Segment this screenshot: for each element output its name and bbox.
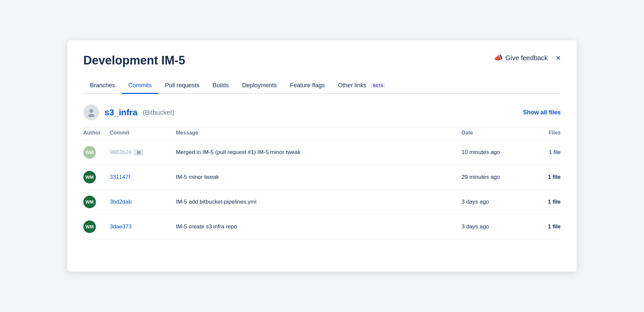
col-header-date: Date [462, 127, 528, 140]
give-feedback-button[interactable]: 📣 Give feedback [494, 54, 548, 62]
table-row: WM3dae373IM-5 create s3 infra repo3 days… [83, 214, 561, 239]
col-header-author: Author [83, 127, 110, 140]
commit-cell: 331147f [110, 165, 176, 190]
col-header-commit: Commit [110, 127, 176, 140]
col-header-files: Files [528, 127, 561, 140]
svg-point-0 [89, 109, 93, 113]
tabs-nav: Branches Commits Pull requests Builds De… [83, 78, 561, 94]
repo-info: s3_infra (Bitbucket) [83, 104, 174, 120]
author-avatar: WM [83, 220, 96, 233]
commit-message: IM-5 create s3 infra repo [176, 214, 462, 239]
repo-avatar [83, 104, 99, 120]
commit-message: Merged in IM-5 (pull request #1) IM-5 mi… [176, 140, 462, 165]
commit-cell: 3dae373 [110, 214, 176, 239]
tab-branches[interactable]: Branches [83, 78, 122, 94]
repo-name[interactable]: s3_infra [104, 107, 138, 118]
commit-message: IM-5 add bitbucket-pipelines.yml [176, 190, 462, 214]
megaphone-icon: 📣 [494, 54, 503, 62]
commit-date: 3 days ago [462, 214, 528, 239]
table-row: WM3bd2dabIM-5 add bitbucket-pipelines.ym… [83, 190, 561, 214]
show-all-files-button[interactable]: Show all files [523, 109, 561, 116]
commit-hash[interactable]: 9863b24 [110, 149, 132, 155]
merge-badge: M [134, 149, 143, 156]
author-avatar: WM [83, 146, 96, 159]
header-actions: 📣 Give feedback × [494, 54, 561, 62]
repo-provider: (Bitbucket) [143, 109, 175, 116]
repo-section: s3_infra (Bitbucket) Show all files Auth… [83, 104, 561, 239]
author-avatar: WM [83, 171, 96, 183]
commit-hash[interactable]: 331147f [110, 174, 130, 180]
commit-files[interactable]: 1 file [528, 214, 561, 239]
commits-table: Author Commit Message Date Files WM9863b… [83, 127, 561, 239]
commit-date: 29 minutes ago [462, 165, 528, 190]
panel-title: Development IM-5 [83, 54, 185, 67]
tab-pull-requests[interactable]: Pull requests [158, 78, 206, 94]
col-header-message: Message [176, 127, 462, 140]
commit-cell: 9863b24M [110, 140, 176, 165]
tab-deployments[interactable]: Deployments [235, 78, 283, 94]
table-row: WM331147fIM-5 minor tweak29 minutes ago1… [83, 165, 561, 190]
tab-commits[interactable]: Commits [122, 78, 158, 94]
beta-badge: BETA [371, 83, 385, 88]
repo-header: s3_infra (Bitbucket) Show all files [83, 104, 561, 120]
commit-date: 10 minutes ago [462, 140, 528, 165]
tab-feature-flags[interactable]: Feature flags [283, 78, 331, 94]
commit-message: IM-5 minor tweak [176, 165, 462, 190]
commit-files[interactable]: 1 file [528, 190, 561, 214]
give-feedback-label: Give feedback [505, 54, 548, 62]
close-button[interactable]: × [556, 54, 561, 62]
tab-other-links[interactable]: Other links BETA [331, 78, 392, 94]
table-row: WM9863b24MMerged in IM-5 (pull request #… [83, 140, 561, 165]
svg-point-1 [88, 114, 95, 117]
main-panel: Development IM-5 📣 Give feedback × Branc… [67, 40, 577, 272]
panel-header: Development IM-5 📣 Give feedback × [83, 54, 561, 67]
commit-files: 1 file [528, 140, 561, 165]
commit-cell: 3bd2dab [110, 190, 176, 214]
commit-files[interactable]: 1 file [528, 165, 561, 190]
tab-builds[interactable]: Builds [206, 78, 235, 94]
commit-date: 3 days ago [462, 190, 528, 214]
author-avatar: WM [83, 196, 96, 208]
commit-hash[interactable]: 3dae373 [110, 223, 132, 230]
commit-hash[interactable]: 3bd2dab [110, 199, 132, 205]
